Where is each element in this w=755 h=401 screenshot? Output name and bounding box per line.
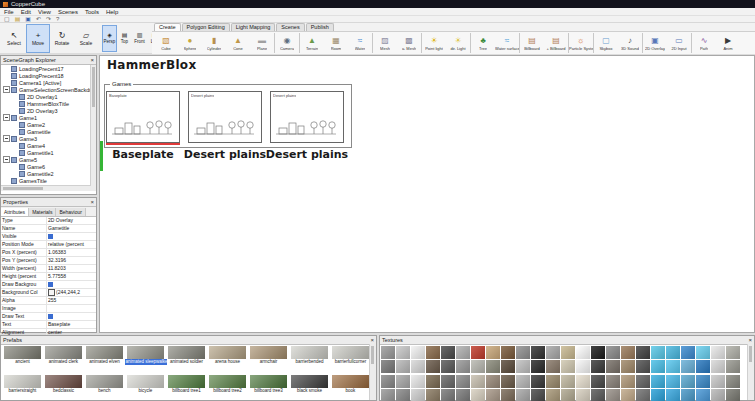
menu-item[interactable]: File — [4, 9, 14, 15]
texture-tile[interactable] — [621, 389, 635, 401]
ribbon-tab[interactable]: Create — [154, 23, 181, 31]
texture-tile[interactable] — [561, 375, 575, 388]
tree-node[interactable]: 2D Overlay3 — [1, 107, 96, 114]
menu-item[interactable]: Scenes — [58, 9, 78, 15]
create-tool-button[interactable]: ☀ Point light — [421, 33, 446, 53]
textures-scrollbar[interactable] — [747, 344, 754, 400]
tree-node[interactable]: Game5 — [1, 156, 96, 163]
move-mode-button[interactable]: + Move — [26, 24, 50, 53]
texture-tile[interactable] — [486, 346, 500, 359]
create-tool-button[interactable]: ≈ Water — [348, 33, 372, 53]
undo-icon[interactable]: ↶ — [36, 16, 41, 22]
texture-tile[interactable] — [606, 346, 620, 359]
texture-tile[interactable] — [441, 375, 455, 388]
prefab-item[interactable]: black smoke — [289, 375, 330, 401]
texture-tile[interactable] — [471, 360, 485, 373]
texture-tile[interactable] — [396, 389, 410, 401]
level-card[interactable]: Desert plains — [271, 91, 343, 161]
create-tool-button[interactable]: ▣ 2D Overlay — [642, 33, 667, 53]
create-tool-button[interactable]: ♣ Tree — [470, 33, 495, 53]
close-icon[interactable]: × — [90, 57, 94, 63]
ribbon-tab[interactable]: Light Mapping — [231, 23, 276, 31]
texture-tile[interactable] — [696, 375, 710, 388]
texture-tile[interactable] — [711, 375, 725, 388]
property-value[interactable]: 255 — [47, 297, 96, 304]
scroll-thumb[interactable] — [749, 346, 752, 362]
create-tool-button[interactable]: ▭ 2D Input — [667, 33, 691, 53]
texture-tile[interactable] — [456, 360, 470, 373]
property-value[interactable]: 2D Overlay — [47, 217, 96, 224]
create-tool-button[interactable]: ▬ Plane — [250, 33, 274, 53]
close-icon[interactable]: × — [748, 337, 752, 343]
texture-tile[interactable] — [636, 346, 650, 359]
texture-tile[interactable] — [411, 360, 425, 373]
texture-tile[interactable] — [471, 389, 485, 401]
texture-tile[interactable] — [486, 375, 500, 388]
create-tool-button[interactable]: ▦ Room — [324, 33, 348, 53]
tree-node[interactable]: LoadingPrecent18 — [1, 72, 96, 79]
persp-view-button[interactable]: ◈ Persp — [102, 25, 117, 52]
property-value[interactable]: (244,244,2 — [47, 289, 96, 296]
prefab-item[interactable]: barrierbended — [289, 346, 330, 374]
redo-icon[interactable]: ↷ — [46, 16, 51, 22]
prefab-item[interactable]: barrierstraight — [2, 375, 43, 401]
texture-tile[interactable] — [516, 360, 530, 373]
texture-tile[interactable] — [591, 346, 605, 359]
prefab-item[interactable]: animated soldier — [166, 346, 207, 374]
texture-tile[interactable] — [531, 360, 545, 373]
texture-tile[interactable] — [456, 346, 470, 359]
texture-tile[interactable] — [396, 375, 410, 388]
create-tool-button[interactable]: ♪ 3D Sound — [618, 33, 642, 53]
checkbox[interactable] — [48, 314, 53, 319]
texture-tile[interactable] — [576, 375, 590, 388]
menu-item[interactable]: Edit — [21, 9, 31, 15]
texture-tile[interactable] — [396, 346, 410, 359]
texture-tile[interactable] — [486, 360, 500, 373]
tree-node[interactable]: HammerBloxTitle — [1, 100, 96, 107]
texture-tile[interactable] — [711, 360, 725, 373]
create-tool-button[interactable]: ▲ Terrain — [299, 33, 324, 53]
expander-icon[interactable] — [3, 86, 10, 93]
texture-tile[interactable] — [426, 375, 440, 388]
properties-tab[interactable]: Materials — [29, 208, 56, 216]
texture-tile[interactable] — [591, 375, 605, 388]
help-icon[interactable]: ? — [56, 16, 59, 22]
prefab-item[interactable]: animated elven — [84, 346, 125, 374]
level-card[interactable]: Baseplate — [107, 91, 179, 161]
texture-tile[interactable] — [561, 346, 575, 359]
texture-tile[interactable] — [501, 389, 515, 401]
properties-tab[interactable]: Attributes — [1, 208, 29, 216]
tree-node[interactable]: Game1 — [1, 114, 96, 121]
create-tool-button[interactable]: ▤ + Billboard — [544, 33, 568, 53]
prefab-item[interactable]: bedclassic — [43, 375, 84, 401]
texture-tile[interactable] — [546, 389, 560, 401]
tree-node[interactable]: Gametitle2 — [1, 170, 96, 177]
texture-tile[interactable] — [441, 389, 455, 401]
texture-tile[interactable] — [636, 360, 650, 373]
menu-item[interactable]: View — [38, 9, 51, 15]
create-tool-button[interactable]: ● Sphere — [178, 33, 202, 53]
create-tool-button[interactable]: ▤ Billboard — [519, 33, 544, 53]
texture-tile[interactable] — [591, 389, 605, 401]
tree-node[interactable]: GamesTitle — [1, 177, 96, 184]
texture-tile[interactable] — [621, 360, 635, 373]
texture-tile[interactable] — [621, 346, 635, 359]
create-tool-button[interactable]: ≈ Water surface — [495, 33, 519, 53]
texture-tile[interactable] — [561, 389, 575, 401]
texture-tile[interactable] — [666, 360, 680, 373]
prefab-item[interactable]: barrierfullcorner — [330, 346, 371, 374]
texture-tile[interactable] — [591, 360, 605, 373]
expander-icon[interactable] — [3, 135, 10, 142]
tree-vertical-scrollbar[interactable] — [90, 65, 96, 191]
property-value[interactable] — [47, 305, 96, 312]
texture-tile[interactable] — [411, 346, 425, 359]
texture-tile[interactable] — [726, 389, 740, 401]
color-swatch[interactable] — [48, 289, 55, 296]
texture-tile[interactable] — [606, 389, 620, 401]
menu-item[interactable]: Tools — [85, 9, 99, 15]
texture-tile[interactable] — [681, 389, 695, 401]
texture-tile[interactable] — [501, 360, 515, 373]
create-tool-button[interactable]: ☀ dir. Light — [446, 33, 470, 53]
texture-tile[interactable] — [531, 346, 545, 359]
texture-tile[interactable] — [576, 389, 590, 401]
